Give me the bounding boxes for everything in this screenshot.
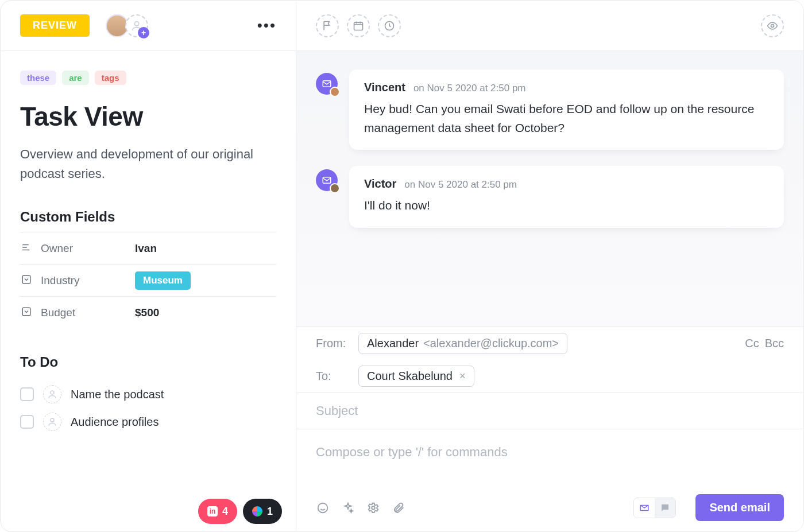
task-left-pane: REVIEW + ••• these are tags Task View Ov… — [1, 1, 296, 531]
custom-fields-table: Owner Ivan Industry Museum Budget $500 — [20, 232, 276, 329]
add-assignee-button[interactable]: + — [125, 14, 148, 37]
author-photo — [330, 183, 340, 193]
message: Victor on Nov 5 2020 at 2:50 pm I'll do … — [316, 166, 784, 228]
invision-pill[interactable]: in 4 — [198, 499, 237, 524]
to-chip[interactable]: Court Skabelund × — [358, 366, 474, 387]
person-icon — [47, 389, 57, 399]
to-label: To: — [316, 370, 348, 383]
field-label: Industry — [41, 274, 127, 287]
task-title[interactable]: Task View — [20, 101, 276, 132]
from-label: From: — [316, 337, 348, 350]
cc-button[interactable]: Cc — [745, 337, 759, 350]
field-row-industry: Industry Museum — [20, 265, 276, 297]
subject-input[interactable] — [296, 393, 803, 429]
tag[interactable]: these — [20, 71, 56, 85]
emoji-button[interactable] — [316, 501, 330, 515]
mode-toggle — [633, 498, 676, 518]
envelope-icon — [322, 175, 332, 185]
figma-pill[interactable]: 1 — [243, 499, 282, 524]
comment-icon — [660, 503, 670, 513]
smile-icon — [316, 502, 329, 514]
svg-rect-5 — [22, 308, 30, 316]
todo-label[interactable]: Name the podcast — [71, 388, 164, 401]
figma-icon — [252, 506, 262, 517]
todo-item: Name the podcast — [20, 380, 276, 408]
author-photo — [330, 87, 340, 97]
svg-point-13 — [318, 503, 328, 512]
task-header: REVIEW + ••• — [1, 1, 296, 51]
paperclip-icon — [392, 502, 405, 514]
bcc-button[interactable]: Bcc — [765, 337, 784, 350]
to-name: Court Skabelund — [367, 370, 453, 383]
flag-icon — [322, 20, 333, 32]
ai-button[interactable] — [341, 501, 355, 515]
svg-rect-4 — [22, 275, 30, 284]
task-description[interactable]: Overview and development of our original… — [20, 145, 276, 184]
svg-rect-8 — [354, 22, 363, 30]
from-chip[interactable]: Alexander <alexander@clickup.com> — [358, 333, 567, 354]
message-author: Vincent — [364, 81, 405, 94]
svg-point-6 — [51, 391, 54, 394]
tag[interactable]: tags — [95, 71, 126, 85]
todo-label[interactable]: Audience profiles — [71, 415, 159, 429]
right-header — [296, 1, 803, 51]
more-menu-button[interactable]: ••• — [257, 17, 276, 34]
message-body: I'll do it now! — [364, 196, 769, 215]
message-avatar[interactable] — [316, 169, 338, 191]
field-label: Owner — [41, 242, 127, 255]
todo-assignee-button[interactable] — [43, 385, 61, 403]
message-timestamp: on Nov 5 2020 at 2:50 pm — [413, 83, 526, 94]
message-author: Victor — [364, 177, 396, 191]
message-bubble[interactable]: Victor on Nov 5 2020 at 2:50 pm I'll do … — [349, 166, 784, 228]
remove-recipient-button[interactable]: × — [459, 370, 466, 382]
eye-icon — [767, 20, 778, 32]
assignees: + — [106, 14, 148, 37]
tag[interactable]: are — [62, 71, 89, 85]
todo-assignee-button[interactable] — [43, 413, 61, 431]
attach-button[interactable] — [392, 501, 405, 515]
settings-button[interactable] — [366, 501, 380, 515]
svg-point-7 — [51, 418, 54, 422]
field-row-budget: Budget $500 — [20, 297, 276, 329]
body-input[interactable] — [296, 429, 803, 475]
invision-icon: in — [207, 506, 218, 517]
email-composer: From: Alexander <alexander@clickup.com> … — [296, 327, 803, 531]
due-date-button[interactable] — [347, 14, 370, 37]
message-timestamp: on Nov 5 2020 at 2:50 pm — [404, 179, 517, 191]
plus-icon: + — [138, 27, 149, 38]
dropdown-icon — [20, 306, 33, 319]
field-value[interactable]: Museum — [135, 271, 191, 290]
checkbox[interactable] — [20, 415, 34, 429]
sparkle-icon — [342, 502, 354, 514]
mode-comment-button[interactable] — [655, 498, 675, 518]
custom-fields-heading: Custom Fields — [20, 209, 276, 225]
mode-email-button[interactable] — [634, 498, 655, 518]
message-bubble[interactable]: Vincent on Nov 5 2020 at 2:50 pm Hey bud… — [349, 69, 784, 150]
checkbox[interactable] — [20, 387, 34, 401]
message-body: Hey bud! Can you email Swati before EOD … — [364, 100, 769, 137]
time-button[interactable] — [378, 14, 401, 37]
field-value[interactable]: Ivan — [135, 242, 157, 255]
field-label: Budget — [41, 306, 127, 319]
from-address: <alexander@clickup.com> — [423, 337, 559, 350]
envelope-icon — [322, 79, 332, 89]
gear-icon — [367, 502, 380, 514]
todo-item: Audience profiles — [20, 408, 276, 436]
list-icon — [20, 242, 33, 255]
figma-count: 1 — [267, 506, 273, 518]
send-email-button[interactable]: Send email — [695, 494, 784, 521]
attachments-dock: in 4 1 — [1, 491, 296, 531]
calendar-icon — [353, 20, 364, 32]
watchers-button[interactable] — [761, 14, 784, 37]
tags-row: these are tags — [20, 71, 276, 85]
message: Vincent on Nov 5 2020 at 2:50 pm Hey bud… — [316, 69, 784, 150]
message-avatar[interactable] — [316, 73, 338, 95]
invision-count: 4 — [222, 506, 228, 518]
svg-point-14 — [372, 506, 375, 510]
activity-feed: Vincent on Nov 5 2020 at 2:50 pm Hey bud… — [296, 51, 803, 327]
composer-toolbar: Send email — [296, 486, 803, 531]
status-pill[interactable]: REVIEW — [20, 14, 90, 37]
field-value[interactable]: $500 — [135, 306, 159, 319]
todo-list: Name the podcast Audience profiles — [20, 380, 276, 436]
priority-button[interactable] — [316, 14, 339, 37]
